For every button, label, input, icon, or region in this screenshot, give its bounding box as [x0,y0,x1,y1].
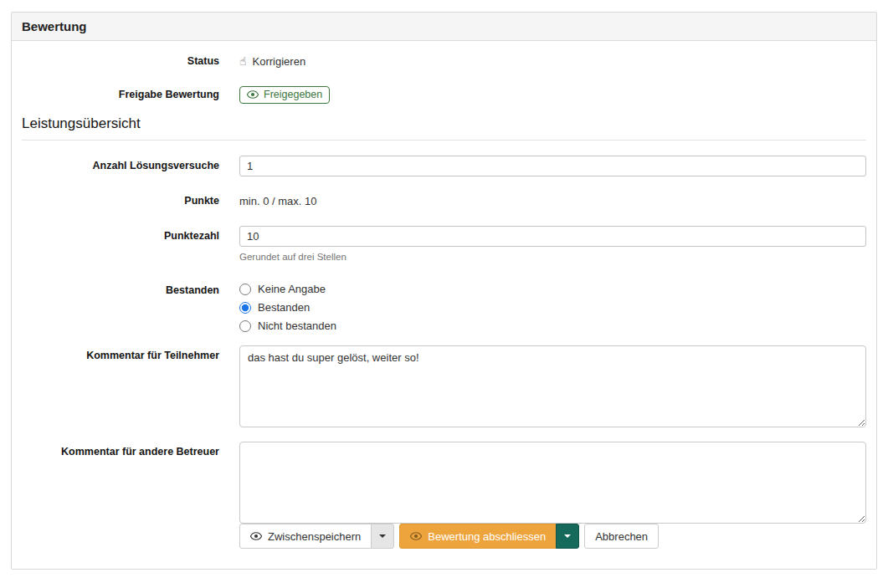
panel-title: Bewertung [12,13,876,41]
radio-nicht-bestanden[interactable] [239,320,251,332]
score-label: Punktezahl [22,226,219,243]
score-hint: Gerundet auf drei Stellen [239,252,866,262]
finalize-dropdown-toggle[interactable] [556,524,579,549]
actions-row: Zwischenspeichern Bewertung abschliessen [22,524,866,549]
participant-comment-row: Kommentar für Teilnehmer [22,345,866,427]
supervisor-comment-label: Kommentar für andere Betreuer [22,442,219,459]
points-row: Punkte min. 0 / max. 10 [22,194,866,208]
eye-icon [250,532,262,540]
status-value: ☝ Korrigieren [239,55,305,68]
release-status-badge: Freigegeben [239,86,330,104]
attempts-input[interactable] [239,156,866,176]
finalize-label: Bewertung abschliessen [428,530,546,543]
passed-radio-group: Keine Angabe Bestanden Nicht bestanden [239,283,866,332]
cancel-label: Abbrechen [595,530,648,543]
eye-icon [247,90,259,99]
attempts-label: Anzahl Lösungsversuche [22,159,219,173]
section-title-leistungsuebersicht: Leistungsübersicht [22,115,866,141]
radio-keine-angabe[interactable] [239,284,251,295]
points-minmax: min. 0 / max. 10 [239,195,866,207]
caret-down-icon [564,534,571,538]
attempts-row: Anzahl Lösungsversuche [22,156,866,176]
release-badge-text: Freigegeben [264,89,322,100]
caret-down-icon [379,534,386,538]
eye-icon [410,532,422,540]
finalize-button-group: Bewertung abschliessen [399,524,579,549]
release-label: Freigabe Bewertung [22,88,219,102]
status-label: Status [22,54,219,69]
release-row: Freigabe Bewertung Freigegeben [22,86,866,104]
participant-comment-textarea[interactable] [239,345,866,427]
radio-option-keine-angabe[interactable]: Keine Angabe [239,283,866,295]
button-row: Zwischenspeichern Bewertung abschliessen [239,524,866,549]
bewertung-panel: Bewertung Status ☝ Korrigieren Freigabe … [11,12,877,570]
save-draft-label: Zwischenspeichern [268,530,361,543]
passed-label: Bestanden [22,283,219,298]
status-row: Status ☝ Korrigieren [22,54,866,69]
cancel-button[interactable]: Abbrechen [584,524,659,549]
participant-comment-label: Kommentar für Teilnehmer [22,345,219,363]
score-row: Punktezahl Gerundet auf drei Stellen [22,226,866,262]
supervisor-comment-row: Kommentar für andere Betreuer [22,442,866,524]
score-input[interactable] [239,226,866,247]
save-draft-button[interactable]: Zwischenspeichern [239,524,372,549]
radio-option-nicht-bestanden[interactable]: Nicht bestanden [239,320,866,332]
hand-icon: ☝ [239,55,247,67]
supervisor-comment-textarea[interactable] [239,442,866,524]
radio-option-bestanden[interactable]: Bestanden [239,301,866,314]
radio-label-nicht-bestanden: Nicht bestanden [258,320,336,332]
status-value-text: Korrigieren [253,55,306,68]
radio-label-bestanden: Bestanden [258,301,310,314]
save-draft-dropdown-toggle[interactable] [371,524,394,549]
bewertung-form: Status ☝ Korrigieren Freigabe Bewertung … [12,41,876,569]
save-draft-button-group: Zwischenspeichern [239,524,394,549]
radio-label-keine-angabe: Keine Angabe [258,283,326,295]
radio-bestanden[interactable] [239,302,251,314]
finalize-button[interactable]: Bewertung abschliessen [399,524,557,549]
passed-row: Bestanden Keine Angabe Bestanden Nicht b… [22,283,866,332]
points-label: Punkte [22,194,219,208]
